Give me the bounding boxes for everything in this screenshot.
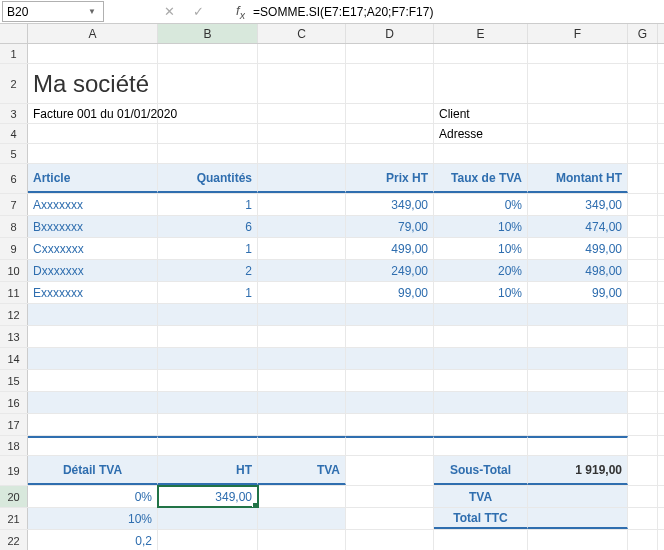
row-header-6[interactable]: 6: [0, 164, 28, 193]
th-prix[interactable]: Prix HT: [346, 164, 434, 193]
confirm-icon[interactable]: ✓: [193, 4, 204, 19]
col-header-F[interactable]: F: [528, 24, 628, 43]
formula-bar: B20 ▼ ✕ ✓ fx: [0, 0, 664, 24]
col-header-D[interactable]: D: [346, 24, 434, 43]
name-box-value: B20: [7, 5, 85, 19]
th-montant[interactable]: Montant HT: [528, 164, 628, 193]
row-header-2[interactable]: 2: [0, 64, 28, 103]
col-header-B[interactable]: B: [158, 24, 258, 43]
spreadsheet-grid: A B C D E F G 1 2Ma société 3Facture 001…: [0, 24, 664, 550]
row-header-7[interactable]: 7: [0, 194, 28, 215]
client-label[interactable]: Client: [434, 104, 528, 123]
cancel-icon[interactable]: ✕: [164, 4, 175, 19]
formula-bar-controls: ✕ ✓ fx: [164, 3, 245, 21]
row-header-8[interactable]: 8: [0, 216, 28, 237]
select-all-corner[interactable]: [0, 24, 28, 43]
row-header-9[interactable]: 9: [0, 238, 28, 259]
row-header-11[interactable]: 11: [0, 282, 28, 303]
total-label[interactable]: Total TTC: [434, 508, 528, 529]
subtotal-value[interactable]: 1 919,00: [528, 456, 628, 485]
row-header-1[interactable]: 1: [0, 44, 28, 63]
invoice-line[interactable]: Facture 001 du 01/01/2020: [28, 104, 158, 123]
column-headers: A B C D E F G: [0, 24, 664, 44]
th-qty[interactable]: Quantités: [158, 164, 258, 193]
th-tva2[interactable]: TVA: [258, 456, 346, 485]
tva-label[interactable]: TVA: [434, 486, 528, 507]
company-title[interactable]: Ma société: [28, 64, 158, 103]
th-tva[interactable]: Taux de TVA: [434, 164, 528, 193]
col-header-G[interactable]: G: [628, 24, 658, 43]
col-header-A[interactable]: A: [28, 24, 158, 43]
col-header-C[interactable]: C: [258, 24, 346, 43]
row-header-10[interactable]: 10: [0, 260, 28, 281]
row-header-3[interactable]: 3: [0, 104, 28, 123]
th-article[interactable]: Article: [28, 164, 158, 193]
row-header-20[interactable]: 20: [0, 486, 28, 507]
fx-icon[interactable]: fx: [236, 3, 245, 21]
formula-input[interactable]: [245, 2, 664, 22]
col-header-E[interactable]: E: [434, 24, 528, 43]
item-article[interactable]: Axxxxxxx: [28, 194, 158, 215]
th-ht[interactable]: HT: [158, 456, 258, 485]
name-box-dropdown-icon[interactable]: ▼: [85, 7, 99, 16]
row-header-4[interactable]: 4: [0, 124, 28, 143]
selected-cell[interactable]: 349,00: [158, 486, 258, 507]
name-box[interactable]: B20 ▼: [2, 1, 104, 22]
row-header-5[interactable]: 5: [0, 144, 28, 163]
address-label[interactable]: Adresse: [434, 124, 528, 143]
th-detail-tva[interactable]: Détail TVA: [28, 456, 158, 485]
subtotal-label[interactable]: Sous-Total: [434, 456, 528, 485]
